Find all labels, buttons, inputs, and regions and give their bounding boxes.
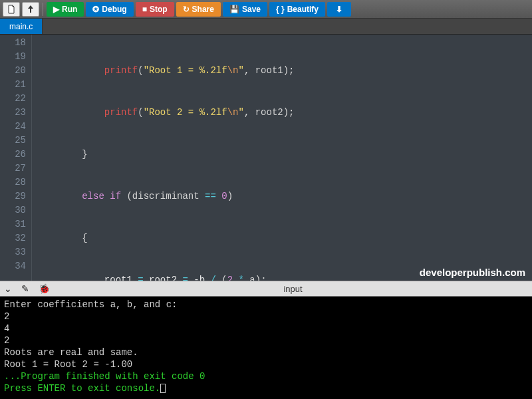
stop-label: Stop [150, 5, 168, 14]
console-line: 2 [4, 311, 528, 323]
code-area[interactable]: printf("Root 1 = %.2lf\n", root1); print… [32, 35, 445, 281]
line-number: 19 [0, 50, 26, 64]
tab-label: main.c [9, 22, 33, 31]
line-number: 20 [0, 64, 26, 78]
debug-label: Debug [102, 5, 126, 14]
console-line: Root 1 = Root 2 = -1.00 [4, 358, 528, 370]
line-number: 33 [0, 245, 26, 259]
code-line: { [37, 231, 445, 245]
line-number: 27 [0, 162, 26, 176]
share-button[interactable]: ↻ Share [176, 2, 221, 17]
line-number: 24 [0, 120, 26, 134]
open-file-icon[interactable] [22, 2, 39, 17]
toolbar-separator [43, 3, 43, 16]
stop-button[interactable]: ■ Stop [136, 2, 174, 17]
download-button[interactable]: ⬇ [327, 2, 351, 17]
line-number: 29 [0, 190, 26, 203]
beautify-icon: { } [276, 5, 285, 14]
console-exit-line: Press ENTER to exit console. [4, 382, 528, 394]
beautify-label: Beautify [287, 5, 319, 14]
line-number: 22 [0, 92, 26, 106]
line-number: 23 [0, 106, 26, 120]
input-section-label: input [54, 284, 532, 294]
line-number: 30 [0, 203, 26, 217]
line-number: 18 [0, 36, 26, 50]
chevron-down-icon[interactable]: ⌄ [4, 283, 12, 294]
line-gutter: 18 19 20 21 22 23 24 25 26 27 28 29 30 3… [0, 35, 32, 281]
code-line: root1 = root2 = -b / (2 * a); [37, 273, 445, 281]
toolbar: ▶ Run ✪ Debug ■ Stop ↻ Share 💾 Save { } … [0, 0, 532, 19]
console-line: Enter coefficients a, b, and c: [4, 299, 528, 311]
line-number: 21 [0, 78, 26, 92]
code-line: printf("Root 2 = %.2lf\n", root2); [37, 106, 445, 120]
line-number: 25 [0, 134, 26, 148]
tab-main-c[interactable]: main.c [0, 19, 43, 34]
code-line: } [37, 148, 445, 162]
line-number: 26 [0, 148, 26, 162]
line-number: 28 [0, 176, 26, 190]
line-number: 34 [0, 259, 26, 273]
save-label: Save [242, 5, 261, 14]
cursor-icon [160, 384, 166, 393]
divider-icons: ⌄ ✎ 🐞 [0, 283, 54, 294]
wand-icon[interactable]: ✎ [21, 283, 29, 294]
save-button[interactable]: 💾 Save [223, 2, 267, 17]
console-line: 4 [4, 323, 528, 334]
run-label: Run [62, 5, 77, 14]
bug-icon[interactable]: 🐞 [39, 283, 50, 294]
run-button[interactable]: ▶ Run [47, 2, 84, 17]
code-editor[interactable]: 18 19 20 21 22 23 24 25 26 27 28 29 30 3… [0, 35, 532, 281]
beautify-button[interactable]: { } Beautify [269, 2, 325, 17]
line-number: 31 [0, 217, 26, 231]
console-output[interactable]: Enter coefficients a, b, and c: 2 4 2 Ro… [0, 297, 532, 399]
share-icon: ↻ [183, 5, 190, 14]
tab-bar: main.c [0, 19, 532, 35]
code-line: else if (discriminant == 0) [37, 190, 445, 203]
share-label: Share [192, 5, 214, 14]
save-icon: 💾 [229, 5, 239, 14]
new-file-icon[interactable] [3, 2, 20, 17]
debug-icon: ✪ [92, 5, 99, 14]
console-line: 2 [4, 334, 528, 346]
line-number: 32 [0, 231, 26, 245]
play-icon: ▶ [53, 5, 59, 14]
editor-console-divider[interactable]: ⌄ ✎ 🐞 input [0, 281, 532, 297]
stop-icon: ■ [142, 5, 147, 14]
console-exit-line: ...Program finished with exit code 0 [4, 370, 528, 382]
console-line: Roots are real and same. [4, 346, 528, 358]
code-line: printf("Root 1 = %.2lf\n", root1); [37, 64, 445, 78]
download-icon: ⬇ [336, 5, 342, 14]
debug-button[interactable]: ✪ Debug [86, 2, 133, 17]
